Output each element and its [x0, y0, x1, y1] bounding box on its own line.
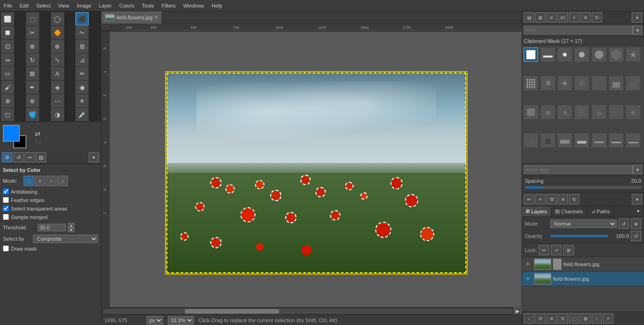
- mode-replace[interactable]: ⬚: [24, 176, 34, 186]
- brush-cell-r7[interactable]: ⊕: [626, 105, 640, 119]
- tool-color-pick[interactable]: 💉: [75, 108, 89, 121]
- brush-panel-icon[interactable]: ▤: [524, 12, 534, 23]
- threshold-down[interactable]: ▼: [68, 228, 74, 232]
- mode-intersect[interactable]: ∩: [58, 176, 68, 186]
- layer-merge-btn[interactable]: ⊞: [580, 313, 591, 324]
- tool-perspective[interactable]: ▭: [1, 67, 14, 80]
- brush-cell-white-rect[interactable]: [524, 48, 538, 62]
- tool-new-file[interactable]: ⬜: [1, 12, 14, 25]
- layer-edit-btn[interactable]: ✏: [524, 194, 534, 204]
- tool-scissors[interactable]: ✁: [75, 26, 89, 39]
- lock-move-btn[interactable]: +: [551, 245, 561, 255]
- tool-ink[interactable]: ◉: [75, 81, 89, 94]
- menu-select[interactable]: Select: [33, 2, 55, 9]
- brush-cell-line-h[interactable]: [541, 48, 555, 62]
- tool-text[interactable]: A: [51, 67, 64, 80]
- mode-subtract[interactable]: −: [46, 176, 57, 186]
- tool-config-tab[interactable]: ▤: [36, 152, 46, 162]
- brush-cell-dot-lg[interactable]: [592, 48, 606, 62]
- brush-cell-star[interactable]: ★: [626, 48, 640, 62]
- tool-transform[interactable]: ⊕: [26, 40, 39, 53]
- select-by-select[interactable]: Composite Red Green Blue Alpha: [33, 235, 98, 243]
- tool-select-rect[interactable]: ⬚: [26, 12, 39, 25]
- tab-paths[interactable]: ⊿ Paths: [587, 206, 614, 216]
- layer-delete-bottom-btn[interactable]: ✕: [546, 313, 557, 324]
- menu-view[interactable]: View: [54, 2, 73, 9]
- brush-cell-s4[interactable]: [575, 133, 589, 147]
- tool-warp[interactable]: ⊗: [51, 40, 64, 53]
- menu-filters[interactable]: Filters: [158, 2, 180, 9]
- brush-panel-menu-icon[interactable]: ▾: [632, 12, 642, 23]
- brush-cell-splash[interactable]: ❋: [541, 76, 555, 90]
- foreground-color-swatch[interactable]: [3, 125, 20, 142]
- layer-new-btn[interactable]: +: [535, 194, 545, 204]
- tool-path[interactable]: ✏: [75, 67, 89, 80]
- layer-delete-btn[interactable]: ✕: [558, 194, 568, 204]
- menu-colors[interactable]: Colors: [116, 2, 138, 9]
- menu-tools[interactable]: Tools: [138, 2, 158, 9]
- tab-layers[interactable]: ⊞ Layers: [522, 206, 551, 216]
- spacing-slider[interactable]: [525, 186, 641, 189]
- layer-move-up-btn[interactable]: ↑: [592, 313, 602, 324]
- layer-row-1[interactable]: 👁 field-flowers.jpg: [522, 257, 644, 272]
- draw-mask-checkbox[interactable]: [3, 245, 9, 252]
- tool-select-color[interactable]: ⬛: [75, 12, 89, 25]
- tool-scale[interactable]: ⤡: [51, 53, 64, 66]
- brush-cell-s6[interactable]: [609, 133, 623, 147]
- tags-dropdown-btn[interactable]: ▾: [633, 165, 642, 174]
- lock-alpha-btn[interactable]: ⊞: [563, 245, 574, 255]
- tool-shear[interactable]: ⊿: [75, 53, 89, 66]
- opacity-reset-btn[interactable]: ↺: [631, 231, 641, 241]
- canvas-horizontal-scrollbar[interactable]: ▶: [101, 307, 521, 315]
- brush-cell-dots-pattern[interactable]: [524, 76, 538, 90]
- tool-history-tab[interactable]: ↺: [13, 152, 24, 162]
- layer-new-bottom-btn[interactable]: +: [603, 313, 613, 324]
- brush-cell-texture2[interactable]: ░░: [626, 76, 640, 90]
- reset-colors-icon[interactable]: ⬛: [35, 138, 41, 144]
- menu-windows[interactable]: Windows: [179, 2, 208, 9]
- layer-to-mask-btn[interactable]: ⬚: [569, 313, 579, 324]
- brush-grid-icon[interactable]: ⊞: [535, 12, 545, 23]
- layer-redo-btn[interactable]: ↻: [558, 313, 568, 324]
- brush-filter-input[interactable]: [524, 26, 633, 34]
- tool-crop[interactable]: ⊡: [1, 40, 14, 53]
- unit-select[interactable]: px mm in: [147, 316, 163, 325]
- tool-clone[interactable]: ⊗: [26, 94, 39, 107]
- filter-dropdown-btn[interactable]: ▾: [633, 25, 642, 35]
- brush-refresh-icon[interactable]: ↻: [592, 12, 602, 23]
- tool-flip[interactable]: ⇔: [1, 53, 14, 66]
- antialiasing-checkbox[interactable]: [3, 188, 9, 195]
- brush-cell-r4[interactable]: [575, 105, 589, 119]
- tool-erase[interactable]: ◻: [1, 108, 14, 121]
- brush-cell-dot-xl[interactable]: [609, 48, 623, 62]
- canvas-scroll-area[interactable]: [111, 32, 521, 307]
- menu-help[interactable]: Help: [208, 2, 226, 9]
- mode-reset-btn[interactable]: ↺: [619, 219, 629, 229]
- brush-cell-r5[interactable]: ◎: [592, 105, 606, 119]
- tool-rotate[interactable]: ↻: [26, 53, 39, 66]
- brush-cell-r6[interactable]: [609, 105, 623, 119]
- brush-cell-r1[interactable]: [524, 105, 538, 119]
- tool-unified[interactable]: ⊠: [26, 67, 39, 80]
- tool-blend[interactable]: ◑: [51, 108, 64, 121]
- tool-options-tab[interactable]: ⚙: [2, 152, 12, 162]
- tool-paint[interactable]: 🖌: [1, 81, 14, 94]
- brush-cell-s3[interactable]: [558, 133, 572, 147]
- tool-panel-menu[interactable]: ▾: [89, 152, 99, 162]
- zoom-select[interactable]: 33.3% 50% 100%: [168, 316, 194, 325]
- mode-add[interactable]: +: [35, 176, 45, 186]
- brush-list-icon[interactable]: ≡: [546, 12, 557, 23]
- tool-handle[interactable]: ⊞: [75, 40, 89, 53]
- menu-layer[interactable]: Layer: [95, 2, 116, 9]
- brush-cell-s2[interactable]: ⬛: [541, 133, 555, 147]
- swap-colors-icon[interactable]: ⇄: [35, 130, 41, 138]
- layer-duplicate-btn[interactable]: ⧉: [546, 194, 557, 204]
- brush-cell-feather[interactable]: [575, 76, 589, 90]
- brush-new-icon[interactable]: +: [569, 12, 579, 23]
- brush-tags-input[interactable]: [524, 165, 633, 174]
- layer-move-down-btn[interactable]: ↓: [524, 313, 534, 324]
- layer-panel-menu-btn[interactable]: ▾: [632, 194, 642, 204]
- brush-cell-blur[interactable]: [592, 76, 606, 90]
- feather-edges-checkbox[interactable]: [3, 197, 9, 203]
- menu-file[interactable]: File: [0, 2, 16, 9]
